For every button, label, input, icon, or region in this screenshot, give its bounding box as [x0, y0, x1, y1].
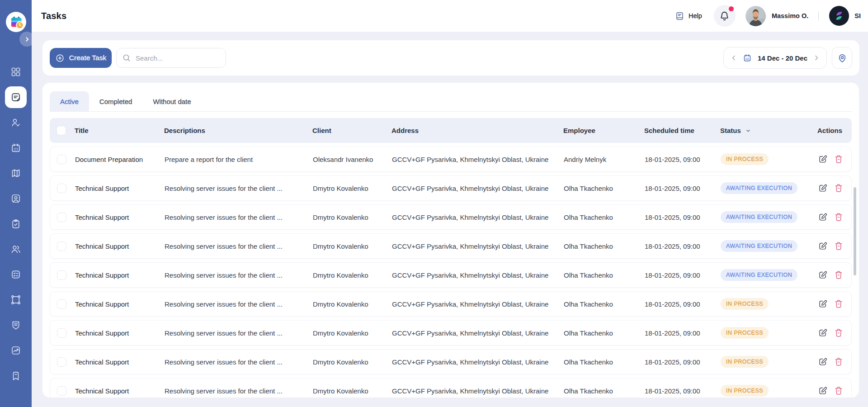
tab-without-date[interactable]: Without date — [142, 91, 201, 111]
search-input[interactable] — [136, 54, 221, 62]
cell-client: Oleksandr Ivanenko — [313, 156, 392, 163]
tab-completed[interactable]: Completed — [89, 91, 143, 111]
date-range-label: 14 Dec - 20 Dec — [758, 54, 807, 62]
cell-address: GCCV+GF Pysarivka, Khmelnytskyi Oblast, … — [392, 185, 564, 192]
help-button[interactable]: Help — [675, 11, 702, 21]
map-view-button[interactable] — [832, 47, 852, 69]
row-checkbox[interactable] — [57, 241, 66, 251]
row-checkbox[interactable] — [57, 357, 66, 367]
cell-scheduled-time: 18-01-2025, 09:00 — [645, 387, 721, 395]
sidebar-item-reports[interactable] — [5, 340, 27, 361]
table-body: Document PreparationPrepare a report for… — [50, 147, 852, 398]
calendar-clock-logo-icon — [6, 12, 26, 32]
scrollbar-thumb[interactable] — [854, 187, 856, 275]
tabs-divider — [50, 111, 852, 112]
column-header-status[interactable]: Status — [720, 127, 813, 134]
cell-title: Technical Support — [75, 329, 165, 337]
cell-checkbox — [50, 270, 75, 280]
cell-checkbox — [50, 386, 75, 396]
edit-button[interactable] — [818, 386, 828, 396]
cell-employee: Andriy Melnyk — [564, 156, 645, 163]
cell-status: IN PROCESS — [721, 327, 814, 339]
edit-button[interactable] — [818, 241, 828, 251]
edit-button[interactable] — [818, 299, 828, 309]
sidebar-item-calendar[interactable] — [5, 137, 27, 159]
row-checkbox[interactable] — [57, 213, 66, 222]
clipboard-check-icon — [10, 218, 21, 229]
delete-button[interactable] — [834, 212, 844, 222]
edit-button[interactable] — [818, 357, 828, 367]
sidebar-item-orders[interactable] — [5, 213, 27, 235]
row-checkbox[interactable] — [57, 386, 66, 396]
delete-button[interactable] — [834, 183, 844, 193]
plus-circle-icon — [55, 53, 65, 63]
column-header-title: Title — [75, 127, 164, 134]
checklist-icon — [10, 269, 21, 280]
select-all-checkbox[interactable] — [57, 126, 66, 135]
create-task-button[interactable]: Create Task — [50, 48, 112, 68]
sidebar-item-map[interactable] — [5, 162, 27, 184]
sidebar-item-clients[interactable] — [5, 112, 27, 133]
main-area: Tasks Help — [32, 0, 868, 407]
workspace-switcher[interactable]: SI — [829, 6, 861, 26]
cell-title: Technical Support — [75, 242, 165, 250]
edit-button[interactable] — [818, 154, 828, 164]
tab-active[interactable]: Active — [50, 91, 89, 111]
row-checkbox[interactable] — [57, 184, 66, 193]
sidebar-item-dashboard[interactable] — [5, 61, 27, 83]
avatar — [745, 6, 766, 26]
location-pin-icon — [837, 52, 848, 63]
delete-button[interactable] — [834, 357, 844, 367]
sort-chevron-down-icon — [745, 127, 752, 134]
delete-button[interactable] — [834, 270, 844, 280]
cell-client: Dmytro Kovalenko — [313, 387, 392, 395]
notifications-button[interactable] — [714, 5, 736, 27]
cell-title: Technical Support — [75, 213, 165, 221]
sidebar-item-checklists[interactable] — [5, 264, 27, 285]
row-checkbox[interactable] — [57, 328, 66, 338]
sidebar-item-security[interactable] — [5, 314, 27, 336]
sidebar-item-objects[interactable] — [5, 289, 27, 311]
status-badge: AWAITING EXECUTION — [721, 240, 797, 252]
row-checkbox[interactable] — [57, 299, 66, 309]
sidebar-item-team[interactable] — [5, 238, 27, 260]
row-checkbox[interactable] — [57, 155, 66, 164]
sidebar-item-contacts[interactable] — [5, 188, 27, 209]
cell-title: Technical Support — [75, 300, 165, 308]
search-box — [116, 48, 226, 68]
delete-button[interactable] — [834, 241, 844, 251]
row-checkbox[interactable] — [57, 270, 66, 280]
cell-employee: Olha Tkachenko — [564, 271, 645, 279]
cell-status: AWAITING EXECUTION — [721, 240, 814, 252]
table-row: Document PreparationPrepare a report for… — [50, 147, 852, 172]
top-right-cluster: Help — [675, 5, 861, 27]
status-badge: AWAITING EXECUTION — [721, 182, 797, 194]
edit-button[interactable] — [818, 328, 828, 338]
cell-actions — [814, 270, 851, 280]
cell-description: Resolving server issues for the client .… — [165, 213, 313, 221]
date-range-display[interactable]: 14 Dec - 20 Dec — [738, 53, 812, 62]
date-prev-button[interactable] — [730, 54, 738, 62]
delete-button[interactable] — [834, 299, 844, 309]
delete-button[interactable] — [834, 154, 844, 164]
column-header-client: Client — [312, 127, 392, 134]
edit-button[interactable] — [818, 183, 828, 193]
delete-button[interactable] — [834, 386, 844, 396]
cell-description: Resolving server issues for the client .… — [165, 242, 313, 250]
delete-button[interactable] — [834, 328, 844, 338]
cell-client: Dmytro Kovalenko — [313, 242, 392, 250]
table-row: Technical SupportResolving server issues… — [50, 320, 852, 345]
date-next-button[interactable] — [812, 54, 821, 62]
table-row: Technical SupportResolving server issues… — [50, 233, 852, 259]
cell-description: Resolving server issues for the client .… — [165, 300, 313, 308]
sidebar-item-tasks[interactable] — [5, 86, 27, 108]
app-logo[interactable] — [6, 12, 26, 32]
edit-button[interactable] — [818, 270, 828, 280]
search-icon — [122, 53, 132, 63]
edit-button[interactable] — [818, 212, 828, 222]
table-row: Technical SupportResolving server issues… — [50, 262, 852, 288]
user-menu[interactable]: Massimo O. — [745, 6, 808, 26]
sidebar-item-saved[interactable] — [5, 365, 27, 387]
help-book-icon — [675, 11, 684, 21]
cell-address: GCCV+GF Pysarivka, Khmelnytskyi Oblast, … — [392, 242, 564, 250]
